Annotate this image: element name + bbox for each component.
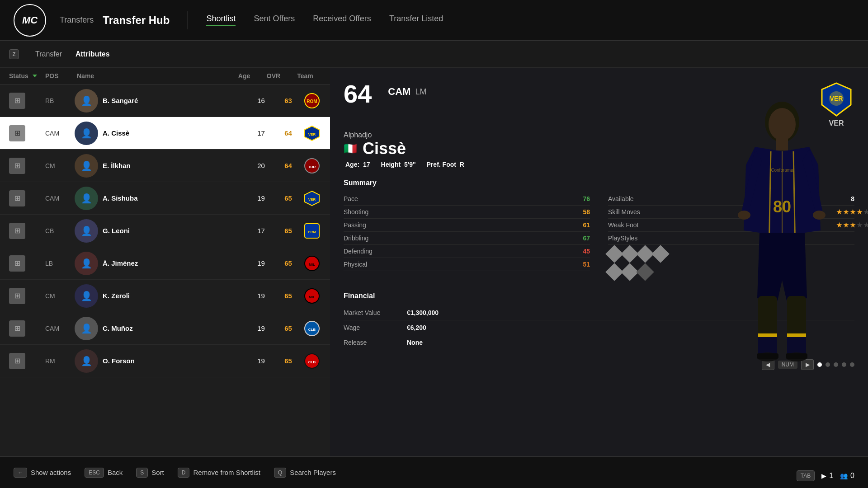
- svg-text:VER: VER: [308, 197, 316, 202]
- tab-sent-offers[interactable]: Sent Offers: [254, 14, 295, 26]
- detail-pos: CAM: [388, 86, 410, 98]
- player-pos: CM: [45, 162, 70, 169]
- team-badge: CLB: [303, 319, 321, 338]
- count-1: ▶ 1: [821, 472, 833, 480]
- market-value: €1,300,000: [407, 309, 439, 316]
- player-age: 19: [249, 292, 274, 300]
- player-pos: RB: [45, 97, 70, 104]
- remove-shortlist-btn[interactable]: D Remove from Shortlist: [178, 468, 260, 478]
- player-name: K. Zeroli: [103, 292, 249, 300]
- stat-shooting-value: 58: [572, 208, 590, 216]
- player-age: 19: [249, 194, 274, 202]
- back-btn[interactable]: ESC Back: [85, 468, 123, 478]
- show-actions-btn[interactable]: ← Show actions: [14, 468, 71, 478]
- tab-received-offers[interactable]: Received Offers: [313, 14, 371, 26]
- player-avatar: 👤: [75, 252, 98, 275]
- player-row[interactable]: ⊞ CM 👤 K. Zeroli 19 65 MIL: [0, 280, 330, 312]
- main-content: Status POS Name Age OVR Team ⊞ RB 👤 B. S…: [0, 68, 868, 456]
- team-badge: MIL: [303, 287, 321, 305]
- market-value-label: Market Value: [344, 309, 407, 316]
- player-figure: 80: [719, 86, 845, 402]
- wage-value: €6,200: [407, 324, 426, 331]
- team-badge: ROM: [303, 92, 321, 110]
- player-model-area: 80: [705, 68, 859, 420]
- stat-defending-value: 45: [572, 248, 590, 255]
- player-avatar: 👤: [75, 154, 98, 178]
- stat-dribbling-label: Dribbling: [344, 235, 572, 242]
- list-header: Status POS Name Age OVR Team: [0, 68, 330, 84]
- status-icon: ⊞: [9, 190, 25, 206]
- team-badge: TOR: [303, 157, 321, 175]
- player-ovr: 65: [274, 292, 303, 300]
- foot-attr: Pref. Foot R: [427, 161, 464, 168]
- height-attr: Height 5'9": [381, 161, 416, 168]
- player-name: A. Sishuba: [103, 194, 249, 202]
- player-status: ⊞: [9, 125, 45, 141]
- stat-physical-label: Physical: [344, 261, 572, 268]
- player-pos: RM: [45, 357, 70, 365]
- count-2: 👥 0: [840, 472, 854, 480]
- stats-left-col: Pace 76 Shooting 58 Passing 61 Dribbli: [344, 192, 590, 281]
- player-row[interactable]: ⊞ CAM 👤 A. Cissè 17 64 VER: [0, 117, 330, 150]
- status-icon: ⊞: [9, 223, 25, 239]
- logo: MC: [14, 4, 46, 37]
- sort-label: Sort: [151, 469, 164, 476]
- back-label: Back: [108, 469, 123, 476]
- stat-passing-label: Passing: [344, 221, 572, 229]
- player-row[interactable]: ⊞ LB 👤 Á. Jiménez 19 65 MIL: [0, 247, 330, 280]
- detail-panel: 64 CAM LM VER: [330, 68, 868, 456]
- svg-text:MIL: MIL: [309, 263, 315, 267]
- status-icon: ⊞: [9, 353, 25, 369]
- search-label: Search Players: [290, 469, 336, 476]
- player-name: G. Leoni: [103, 227, 249, 235]
- sub-nav-attributes[interactable]: Attributes: [75, 50, 110, 58]
- tab-key[interactable]: TAB: [797, 470, 815, 481]
- playstyles-container2: [608, 266, 651, 278]
- player-row[interactable]: ⊞ RB 👤 B. Sangaré 16 63 ROM: [0, 84, 330, 117]
- player-row[interactable]: ⊞ CB 👤 G. Leoni 17 65 PRM: [0, 215, 330, 247]
- count-1-icon: ▶: [821, 472, 826, 479]
- show-actions-label: Show actions: [31, 469, 71, 476]
- search-players-btn[interactable]: Q Search Players: [274, 468, 336, 478]
- tab-shortlist[interactable]: Shortlist: [206, 14, 236, 26]
- nav-transfers[interactable]: Transfers: [60, 15, 94, 25]
- player-avatar: 👤: [75, 284, 98, 308]
- col-pos-header: POS: [45, 72, 77, 80]
- count-2-value: 0: [850, 472, 854, 480]
- player-age: 17: [249, 227, 274, 235]
- sort-btn[interactable]: S Sort: [136, 468, 164, 478]
- show-actions-key: ←: [14, 468, 27, 478]
- stat-physical: Physical 51: [344, 258, 590, 271]
- col-age-header: Age: [231, 72, 258, 80]
- stat-shooting-label: Shooting: [344, 208, 572, 216]
- status-icon: ⊞: [9, 93, 25, 109]
- svg-point-28: [738, 211, 750, 220]
- player-list: Status POS Name Age OVR Team ⊞ RB 👤 B. S…: [0, 68, 330, 456]
- player-row[interactable]: ⊞ CAM 👤 C. Muñoz 19 65 CLB: [0, 312, 330, 345]
- team-badge: MIL: [303, 254, 321, 272]
- player-row[interactable]: ⊞ CAM 👤 A. Sishuba 19 65 VER: [0, 182, 330, 215]
- team-badge: CLB: [303, 352, 321, 370]
- svg-text:MIL: MIL: [309, 295, 315, 299]
- tab-transfer-listed[interactable]: Transfer Listed: [389, 14, 443, 26]
- player-row[interactable]: ⊞ CM 👤 E. İlkhan 20 64 TOR: [0, 150, 330, 182]
- filter-icon[interactable]: [33, 75, 37, 77]
- player-avatar: 👤: [75, 219, 98, 243]
- player-avatar: 👤: [75, 89, 98, 113]
- stat-dribbling-value: 67: [572, 235, 590, 242]
- corner-ui: TAB ▶ 1 👥 0: [797, 470, 854, 481]
- svg-point-29: [813, 211, 826, 220]
- detail-pos-secondary: LM: [415, 87, 426, 97]
- sort-key: S: [136, 468, 148, 478]
- player-pos: CM: [45, 292, 70, 300]
- player-name: E. İlkhan: [103, 162, 249, 169]
- stat-passing: Passing 61: [344, 219, 590, 232]
- stat-passing-value: 61: [572, 221, 590, 229]
- svg-text:ROM: ROM: [307, 99, 317, 104]
- sub-nav-transfer[interactable]: Transfer: [35, 50, 62, 58]
- nav-divider: [188, 11, 188, 29]
- search-key: Q: [274, 468, 286, 478]
- svg-rect-34: [758, 333, 777, 337]
- player-row[interactable]: ⊞ RM 👤 O. Forson 19 65 CLB: [0, 345, 330, 377]
- star-5: ★: [863, 221, 868, 229]
